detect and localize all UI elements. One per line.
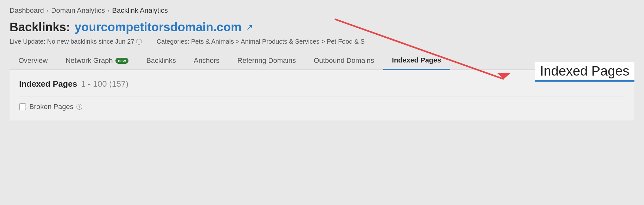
indexed-pages-count: 1 - 100 (157) [81, 79, 128, 89]
tab-backlinks[interactable]: Backlinks [137, 53, 185, 70]
tab-outbound-domains[interactable]: Outbound Domains [305, 53, 383, 70]
filter-row: Broken Pages i [19, 97, 625, 111]
breadcrumb-dashboard[interactable]: Dashboard [10, 6, 44, 15]
broken-pages-info-icon[interactable]: i [77, 104, 82, 110]
new-badge: new [115, 58, 128, 64]
page-title-prefix: Backlinks: [10, 20, 70, 34]
tab-anchors[interactable]: Anchors [185, 53, 229, 70]
tab-referring-domains[interactable]: Referring Domains [229, 53, 305, 70]
broken-pages-label: Broken Pages [29, 103, 73, 111]
indexed-pages-section-title: Indexed Pages [19, 79, 77, 89]
subtitle-row: Live Update: No new backlinks since Jun … [10, 38, 634, 45]
callout-indexed-pages-label: Indexed Pages [535, 62, 634, 82]
tab-network-graph[interactable]: Network Graph new [57, 53, 137, 70]
categories-text: Categories: Pets & Animals > Animal Prod… [157, 38, 365, 45]
breadcrumb-domain-analytics[interactable]: Domain Analytics [51, 6, 105, 15]
indexed-pages-header: Indexed Pages 1 - 100 (157) [19, 79, 625, 89]
tab-indexed-pages[interactable]: Indexed Pages [383, 53, 450, 70]
page-title-row: Backlinks: yourcompetitorsdomain.com ↗︎ [10, 20, 634, 34]
broken-pages-filter[interactable]: Broken Pages i [19, 103, 82, 111]
live-update-text: Live Update: No new backlinks since Jun … [10, 38, 134, 45]
live-update-info-icon[interactable]: i [136, 39, 142, 45]
breadcrumb-backlink-analytics: Backlink Analytics [112, 6, 168, 15]
breadcrumb-sep-1: › [47, 7, 49, 14]
broken-pages-checkbox[interactable] [19, 103, 26, 110]
external-link-icon[interactable]: ↗︎ [246, 22, 253, 32]
breadcrumb-sep-2: › [107, 7, 110, 14]
tab-overview[interactable]: Overview [10, 53, 57, 70]
breadcrumb: Dashboard › Domain Analytics › Backlink … [10, 6, 634, 15]
page-title-domain[interactable]: yourcompetitorsdomain.com [75, 20, 242, 34]
